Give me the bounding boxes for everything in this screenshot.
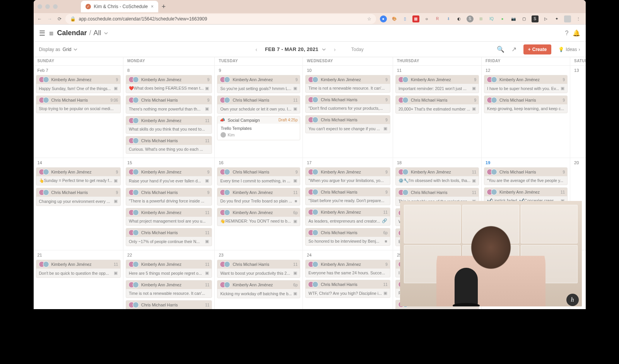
profile-avatar[interactable] [564,15,571,22]
breadcrumb-filter[interactable]: All [94,29,101,37]
day-cell[interactable]: 21Kimberly Ann Jiménez11Don't be so quic… [34,250,124,309]
event-card[interactable]: Kimberly Ann Jiménez11Don't be so quick … [36,260,121,278]
close-dot[interactable] [38,4,42,9]
event-card[interactable]: Kimberly Ann Jiménez11As leaders, entrep… [305,208,390,226]
hamburger-icon[interactable]: ☰ [39,29,45,37]
event-card[interactable]: Kimberly Ann Jiménez6p👋REMINDER: You DON… [217,208,300,226]
zoom-dot[interactable] [53,4,58,9]
event-card[interactable]: Kimberly Ann Jiménez11Here are 5 things … [126,260,212,278]
bell-icon[interactable]: 🔔 [573,29,580,37]
day-cell[interactable]: 22Kimberly Ann Jiménez11Here are 5 thing… [123,250,215,309]
event-card[interactable]: Chris Michael Harris9Keep growing, keep … [484,95,568,113]
browser-tab[interactable]: ✓ Kim & Chris - CoSchedule × [81,1,158,12]
help-icon[interactable]: ? [565,30,569,37]
tab-close-icon[interactable]: × [151,4,154,9]
event-card[interactable]: Kimberly Ann Jiménez6pKicking my workday… [217,280,300,298]
event-card[interactable]: Kimberly Ann Jiménez11Do you find your T… [217,188,300,206]
ext-icon[interactable]: R [434,15,441,22]
event-card[interactable]: Chris Michael Harris9"You are the averag… [484,167,568,185]
event-card[interactable]: Chris Michael Harris9"Start before you'r… [305,187,390,205]
create-button[interactable]: + Create [523,44,551,54]
prev-range-icon[interactable]: ‹ [255,46,257,53]
video-overlay[interactable] [400,201,582,306]
event-card[interactable]: Chris Michael Harris9There's nothing mor… [126,95,212,114]
chevron-down-icon[interactable] [321,47,326,52]
next-range-icon[interactable]: › [334,46,336,53]
event-card[interactable]: Kimberly Ann Jiménez9Happy Sunday, fam! … [36,75,121,93]
event-card[interactable]: Chris Michael Harris11What are the thing… [126,300,212,309]
event-card[interactable]: Kimberly Ann Jiménez9Important reminder:… [395,75,479,93]
day-cell[interactable]: 10Kimberly Ann Jiménez9Time is not a ren… [303,66,393,158]
event-card[interactable]: Kimberly Ann Jiménez11What project manag… [126,208,212,226]
event-card[interactable]: Kimberly Ann Jiménez9Time is not a renew… [305,75,390,93]
event-card[interactable]: Chris Michael Harris9:06Stop trying to b… [36,95,121,113]
ext-icon[interactable]: 🎨 [391,15,398,22]
star-icon[interactable]: ☆ [367,16,371,22]
day-cell[interactable]: 15Kimberly Ann Jiménez9Raise your hand i… [123,158,215,250]
date-range[interactable]: FEB 7 - MAR 20, 2021 [265,46,318,52]
reload-icon[interactable]: ⟳ [58,16,62,22]
day-cell[interactable]: 11Kimberly Ann Jiménez9Important reminde… [393,66,482,158]
ext-icon[interactable]: ● [380,15,387,22]
event-card[interactable]: Kimberly Ann Jiménez9❤️What does being F… [126,75,212,93]
today-button[interactable]: Today [351,47,364,52]
event-card[interactable]: Chris Michael Harris11WTF, Chris!? Are y… [305,280,390,298]
ext-icon[interactable]: 📷 [510,15,517,22]
ext-icon[interactable]: ◐ [456,15,463,22]
event-card[interactable]: Chris Michael Harris11Own your schedule … [217,95,300,114]
event-card[interactable]: Kimberly Ann Jiménez9Raise your hand if … [126,167,212,185]
event-card[interactable]: Kimberly Ann Jiménez11What skills do you… [126,116,212,134]
event-card[interactable]: Kimberly Ann Jiménez11Time is not a rene… [126,280,212,298]
ext-icon[interactable]: ● [499,15,506,22]
display-value[interactable]: Grid [63,47,72,52]
event-card[interactable]: Kimberly Ann Jiménez9So you're just sett… [217,75,300,93]
ext-icon[interactable]: ▦ [412,15,419,22]
ext-icon[interactable]: S [532,15,539,22]
day-cell[interactable]: 14Kimberly Ann Jiménez9👆Sunday = Perfect… [34,158,124,250]
ext-icon[interactable]: ⌾ [423,15,430,22]
forward-icon[interactable]: → [48,16,52,22]
ext-icon[interactable]: ▷ [542,15,549,22]
day-cell[interactable]: 24Kimberly Ann Jiménez9Everyone has the … [303,250,393,309]
day-cell[interactable]: 8Kimberly Ann Jiménez9❤️What does being … [123,66,215,158]
event-card[interactable]: Chris Michael Harris9You can't expect to… [305,115,390,133]
share-icon[interactable]: ↗ [511,46,516,53]
day-cell[interactable]: 12Kimberly Ann Jiménez9I have to be supe… [482,66,570,158]
event-card[interactable]: Chris Michael Harris9Changing up your en… [36,188,121,206]
event-card[interactable]: Chris Michael Harris11Want to boost your… [217,260,300,278]
day-cell[interactable]: 17Kimberly Ann Jiménez9"When you argue f… [303,158,393,250]
ext-icon[interactable]: ⊞ [477,15,484,22]
back-icon[interactable]: ← [38,16,42,22]
ext-icon[interactable]: ⬇ [445,15,452,22]
event-card[interactable]: Chris Michael Harris11Curious. What's on… [126,136,212,154]
ideas-button[interactable]: 💡 Ideas › [558,47,580,52]
event-card[interactable]: Kimberly Ann Jiménez9👆Sunday = Perfect t… [36,167,121,185]
day-cell[interactable]: 16Chris Michael Harris9Every time I comm… [215,158,303,250]
event-card[interactable]: Chris Michael Harris6pSo honored to be i… [305,228,390,246]
event-card[interactable]: Chris Michael Harris9Every time I commit… [217,167,300,185]
menu-icon[interactable]: ⋮ [575,15,582,22]
campaign-card[interactable]: 📣Social CampaignDraft 4:25pTrello Templa… [217,116,300,140]
event-card[interactable]: Chris Michael Harris920,000+ That's the … [395,95,479,114]
chevron-down-icon[interactable] [73,47,78,52]
event-card[interactable]: Kimberly Ann Jiménez9"When you argue for… [305,167,390,185]
event-card[interactable]: Chris Michael Harris9"There is a powerfu… [126,188,212,206]
minimize-dot[interactable] [45,4,50,9]
extensions-icon[interactable]: ✦ [553,15,560,22]
event-card[interactable]: Chris Michael Harris9"Don't find custome… [305,95,390,113]
event-card[interactable]: Kimberly Ann Jiménez9I have to be super … [484,75,568,93]
ext-icon[interactable]: ▢ [521,15,528,22]
address-bar[interactable]: 🔒 app.coschedule.com/calendar/15642/sche… [65,14,376,24]
new-tab-button[interactable]: + [158,3,169,11]
ext-icon[interactable]: IQ [488,15,495,22]
ext-icon[interactable]: S [467,15,474,22]
ext-icon[interactable]: ▯ [402,15,409,22]
day-cell[interactable]: 9Kimberly Ann Jiménez9So you're just set… [215,66,303,158]
day-cell[interactable]: 23Chris Michael Harris11Want to boost yo… [215,250,303,309]
day-cell[interactable]: Feb 7Kimberly Ann Jiménez9Happy Sunday, … [34,66,124,158]
event-card[interactable]: Kimberly Ann Jiménez11⚙️🔧I'm obsessed wi… [395,167,479,185]
day-cell[interactable]: 13 [570,66,585,158]
event-card[interactable]: Kimberly Ann Jiménez9Everyone has the sa… [305,260,390,277]
chevron-down-icon[interactable] [104,31,108,36]
breadcrumb-main[interactable]: Calendar [57,29,87,37]
